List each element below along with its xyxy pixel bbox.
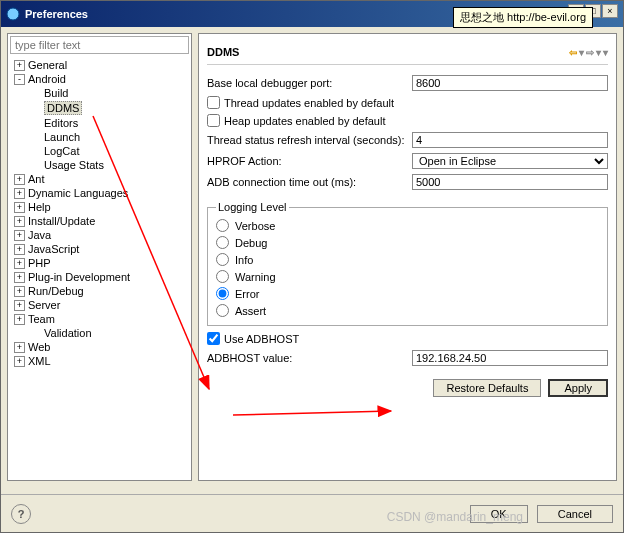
filter-input[interactable]	[10, 36, 189, 54]
ok-button[interactable]: OK	[470, 505, 528, 523]
tree-item[interactable]: +Dynamic Languages	[10, 186, 189, 200]
page-title: DDMS	[207, 46, 239, 58]
tree-item[interactable]: +Ant	[10, 172, 189, 186]
tree-item[interactable]: +Help	[10, 200, 189, 214]
hprof-label: HPROF Action:	[207, 155, 412, 167]
tree-item[interactable]: Build	[10, 86, 189, 100]
use-adbhost-checkbox[interactable]	[207, 332, 220, 345]
fwd-arrow-icon[interactable]: ⇨	[586, 47, 594, 58]
tree-item[interactable]: +General	[10, 58, 189, 72]
tree-item[interactable]: Validation	[10, 326, 189, 340]
adb-timeout-input[interactable]	[412, 174, 608, 190]
app-icon	[5, 6, 21, 22]
close-button[interactable]: ×	[602, 4, 618, 18]
tree-item[interactable]: +Java	[10, 228, 189, 242]
tree-item[interactable]: +Team	[10, 312, 189, 326]
adbhost-input[interactable]	[412, 350, 608, 366]
preferences-tree-sidebar: +General-AndroidBuildDDMSEditorsLaunchLo…	[7, 33, 192, 481]
tree-item[interactable]: +Plug-in Development	[10, 270, 189, 284]
tree-item[interactable]: +Install/Update	[10, 214, 189, 228]
thread-cb-label: Thread updates enabled by default	[224, 97, 394, 109]
tree-item[interactable]: Launch	[10, 130, 189, 144]
tree-item[interactable]: +JavaScript	[10, 242, 189, 256]
log-level-radio[interactable]: Warning	[216, 268, 599, 285]
port-input[interactable]	[412, 75, 608, 91]
tree-item[interactable]: DDMS	[10, 100, 189, 116]
refresh-label: Thread status refresh interval (seconds)…	[207, 134, 412, 146]
log-level-radio[interactable]: Verbose	[216, 217, 599, 234]
tooltip-overlay: 思想之地 http://be-evil.org	[453, 7, 593, 28]
tree-item[interactable]: +PHP	[10, 256, 189, 270]
window-title: Preferences	[25, 8, 88, 20]
thread-checkbox[interactable]	[207, 96, 220, 109]
tree-item[interactable]: +Server	[10, 298, 189, 312]
tree-item[interactable]: +Run/Debug	[10, 284, 189, 298]
refresh-input[interactable]	[412, 132, 608, 148]
preferences-panel: DDMS ⇦▾ ⇨▾ ▾ Base local debugger port: T…	[198, 33, 617, 481]
port-label: Base local debugger port:	[207, 77, 412, 89]
adbhost-label: ADBHOST value:	[207, 352, 412, 364]
dialog-footer: ? OK Cancel	[1, 494, 623, 532]
log-level-radio[interactable]: Assert	[216, 302, 599, 319]
tree-item[interactable]: LogCat	[10, 144, 189, 158]
tree-item[interactable]: -Android	[10, 72, 189, 86]
back-arrow-icon[interactable]: ⇦	[569, 47, 577, 58]
heap-checkbox[interactable]	[207, 114, 220, 127]
log-level-radio[interactable]: Debug	[216, 234, 599, 251]
use-adbhost-label: Use ADBHOST	[224, 333, 299, 345]
svg-point-0	[7, 8, 19, 20]
restore-button[interactable]: Restore Defaults	[433, 379, 541, 397]
apply-button[interactable]: Apply	[548, 379, 608, 397]
nav-arrows[interactable]: ⇦▾ ⇨▾ ▾	[569, 47, 608, 58]
log-level-radio[interactable]: Info	[216, 251, 599, 268]
hprof-select[interactable]: Open in Eclipse	[412, 153, 608, 169]
tree-item[interactable]: +XML	[10, 354, 189, 368]
adb-timeout-label: ADB connection time out (ms):	[207, 176, 412, 188]
logging-fieldset: Logging Level VerboseDebugInfoWarningErr…	[207, 201, 608, 326]
tree-item[interactable]: Editors	[10, 116, 189, 130]
cancel-button[interactable]: Cancel	[537, 505, 613, 523]
logging-legend: Logging Level	[216, 201, 289, 213]
heap-cb-label: Heap updates enabled by default	[224, 115, 385, 127]
log-level-radio[interactable]: Error	[216, 285, 599, 302]
tree-item[interactable]: +Web	[10, 340, 189, 354]
preferences-tree[interactable]: +General-AndroidBuildDDMSEditorsLaunchLo…	[8, 56, 191, 480]
help-icon[interactable]: ?	[11, 504, 31, 524]
tree-item[interactable]: Usage Stats	[10, 158, 189, 172]
